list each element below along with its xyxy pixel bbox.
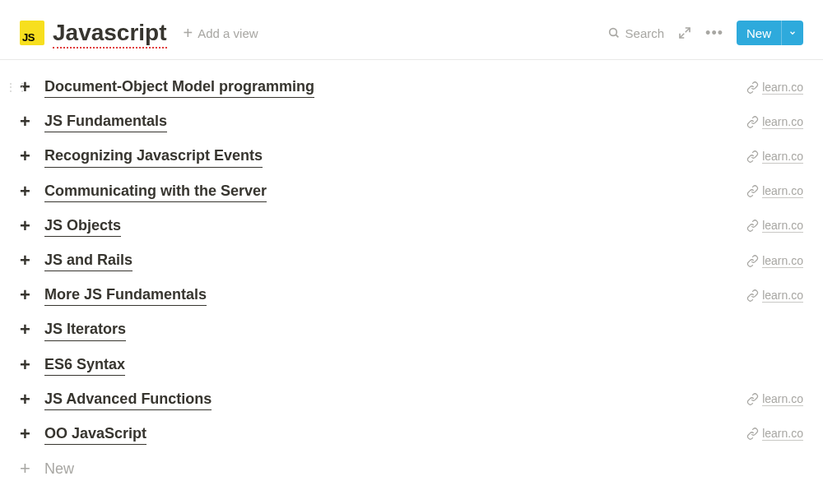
- list-row: ⋮⋮+More JS Fundamentals learn.co: [20, 278, 803, 312]
- row-title[interactable]: OO JavaScript: [44, 423, 146, 445]
- expand-toggle-icon[interactable]: +: [20, 356, 38, 374]
- link-text: learn.co: [762, 150, 803, 164]
- list-row: ⋮⋮+JS Iterators: [20, 312, 803, 347]
- expand-toggle-icon[interactable]: +: [20, 425, 38, 443]
- row-title[interactable]: JS Advanced Functions: [44, 389, 212, 410]
- expand-icon[interactable]: [677, 25, 692, 40]
- search-label: Search: [625, 26, 665, 40]
- row-title[interactable]: More JS Fundamentals: [44, 284, 207, 306]
- list-row: ⋮⋮+JS and Rails learn.co: [20, 243, 803, 278]
- expand-toggle-icon[interactable]: +: [20, 147, 38, 165]
- list-row: ⋮⋮+ES6 Syntax: [20, 348, 803, 382]
- row-title[interactable]: JS Fundamentals: [44, 111, 167, 132]
- row-title[interactable]: Document-Object Model programming: [44, 76, 314, 98]
- row-title[interactable]: JS Objects: [44, 215, 121, 237]
- row-link[interactable]: learn.co: [746, 254, 803, 268]
- link-text: learn.co: [762, 81, 803, 95]
- row-title[interactable]: JS Iterators: [44, 319, 126, 340]
- search-button[interactable]: Search: [607, 26, 665, 40]
- link-icon: [746, 393, 759, 405]
- link-text: learn.co: [762, 392, 803, 406]
- list-row: ⋮⋮+OO JavaScript learn.co: [20, 417, 803, 451]
- list-row: ⋮⋮+Recognizing Javascript Events learn.c…: [20, 139, 803, 173]
- expand-toggle-icon[interactable]: +: [20, 391, 38, 409]
- row-link[interactable]: learn.co: [746, 115, 803, 129]
- row-title[interactable]: Communicating with the Server: [44, 181, 267, 202]
- row-link[interactable]: learn.co: [746, 289, 803, 303]
- expand-toggle-icon[interactable]: +: [20, 183, 38, 201]
- expand-toggle-icon[interactable]: +: [20, 113, 38, 131]
- new-button[interactable]: New: [737, 21, 781, 45]
- new-dropdown-button[interactable]: [781, 21, 803, 45]
- plus-icon: +: [184, 24, 193, 43]
- svg-point-0: [609, 29, 616, 36]
- list-row: ⋮⋮+Document-Object Model programming lea…: [20, 70, 803, 104]
- new-row-label: New: [44, 460, 74, 478]
- link-icon: [746, 185, 759, 197]
- expand-toggle-icon[interactable]: +: [20, 286, 38, 304]
- svg-line-1: [616, 35, 618, 37]
- row-link[interactable]: learn.co: [746, 184, 803, 198]
- row-link[interactable]: learn.co: [746, 392, 803, 406]
- add-view-label: Add a view: [198, 26, 258, 40]
- more-icon[interactable]: •••: [705, 25, 723, 40]
- expand-toggle-icon[interactable]: +: [20, 252, 38, 270]
- link-icon: [746, 220, 759, 232]
- page-icon-js[interactable]: JS: [20, 21, 44, 45]
- row-link[interactable]: learn.co: [746, 150, 803, 164]
- list-row: ⋮⋮+Communicating with the Server learn.c…: [20, 174, 803, 209]
- link-text: learn.co: [762, 289, 803, 303]
- row-title[interactable]: Recognizing Javascript Events: [44, 146, 263, 167]
- link-icon: [746, 81, 759, 94]
- expand-toggle-icon[interactable]: +: [20, 321, 38, 339]
- link-icon: [746, 289, 759, 302]
- list-row: ⋮⋮+JS Fundamentals learn.co: [20, 104, 803, 139]
- list-row: ⋮⋮+JS Objects learn.co: [20, 209, 803, 243]
- link-text: learn.co: [762, 427, 803, 441]
- page-header: JS Javascript + Add a view Search ••• Ne…: [0, 0, 823, 60]
- row-link[interactable]: learn.co: [746, 81, 803, 95]
- expand-toggle-icon[interactable]: +: [20, 217, 38, 235]
- page-title[interactable]: Javascript: [53, 20, 167, 46]
- header-actions: Search ••• New: [607, 21, 803, 45]
- add-view-button[interactable]: + Add a view: [184, 24, 258, 43]
- row-title[interactable]: ES6 Syntax: [44, 354, 125, 376]
- link-icon: [746, 150, 759, 163]
- search-icon: [607, 26, 621, 39]
- new-button-group: New: [737, 21, 803, 45]
- row-link[interactable]: learn.co: [746, 427, 803, 441]
- link-text: learn.co: [762, 219, 803, 233]
- link-text: learn.co: [762, 184, 803, 198]
- link-icon: [746, 255, 759, 267]
- plus-icon: +: [20, 460, 38, 478]
- new-row-button[interactable]: +New: [20, 451, 803, 484]
- link-text: learn.co: [762, 115, 803, 129]
- link-text: learn.co: [762, 254, 803, 268]
- page-list: ⋮⋮+Document-Object Model programming lea…: [0, 60, 823, 484]
- link-icon: [746, 428, 759, 440]
- drag-handle-icon[interactable]: ⋮⋮: [5, 81, 28, 94]
- link-icon: [746, 116, 759, 128]
- chevron-down-icon: [788, 29, 797, 37]
- list-row: ⋮⋮+JS Advanced Functions learn.co: [20, 382, 803, 417]
- row-link[interactable]: learn.co: [746, 219, 803, 233]
- row-title[interactable]: JS and Rails: [44, 250, 133, 271]
